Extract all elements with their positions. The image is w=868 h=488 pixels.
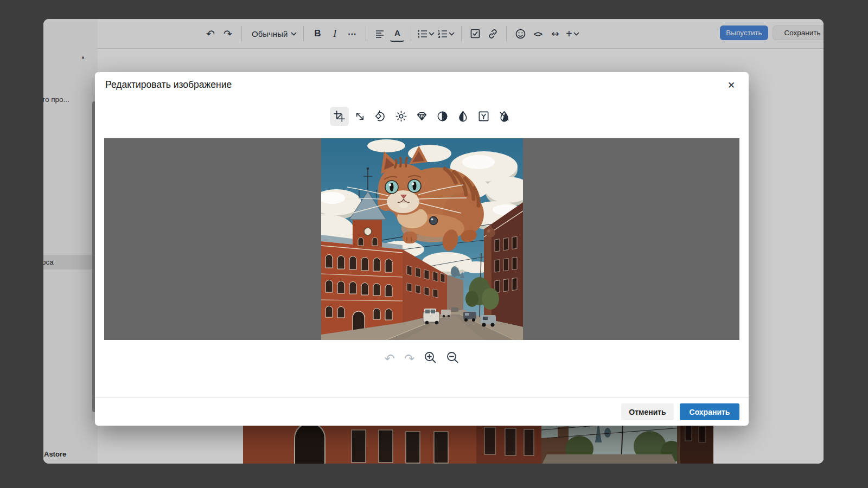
rotate-icon bbox=[374, 110, 387, 123]
brightness-tool-button[interactable] bbox=[392, 107, 411, 126]
saturation-tool-button[interactable] bbox=[454, 107, 473, 126]
brightness-icon bbox=[395, 110, 407, 123]
contrast-tool-button[interactable] bbox=[433, 107, 452, 126]
toolbar-divider bbox=[366, 26, 366, 41]
image-tools-toolbar bbox=[95, 107, 749, 126]
rotate-tool-button[interactable] bbox=[371, 107, 390, 126]
blur-off-tool-button[interactable] bbox=[495, 107, 514, 126]
redo-icon[interactable]: ↷ bbox=[221, 26, 235, 41]
numbered-list-icon bbox=[438, 30, 448, 38]
chevron-down-icon bbox=[291, 32, 297, 36]
checkbox-icon bbox=[470, 29, 480, 38]
more-formatting-button[interactable]: ⋯ bbox=[345, 26, 359, 41]
numbered-list-button[interactable] bbox=[438, 26, 455, 41]
dialog-title: Редактировать изображение bbox=[105, 79, 232, 91]
plus-icon: + bbox=[566, 28, 572, 40]
contrast-icon bbox=[436, 110, 449, 123]
save-draft-button[interactable]: Сохранить bbox=[773, 25, 824, 40]
edit-image-dialog: Редактировать изображение ✕ bbox=[95, 72, 749, 426]
zoom-in-icon[interactable] bbox=[424, 351, 437, 366]
text-color-button[interactable]: A bbox=[390, 25, 404, 42]
publish-button[interactable]: Выпустить bbox=[720, 25, 768, 40]
toolbar-divider bbox=[461, 26, 462, 41]
bold-button[interactable]: B bbox=[310, 26, 324, 41]
bullet-list-icon bbox=[418, 30, 427, 38]
droplet-slash-icon bbox=[498, 110, 510, 123]
sidebar-item-truncated[interactable]: то про... bbox=[43, 95, 69, 104]
italic-button[interactable]: I bbox=[328, 26, 342, 41]
bullet-list-button[interactable] bbox=[418, 26, 435, 41]
emoji-icon bbox=[515, 29, 526, 39]
toolbar-divider bbox=[303, 26, 304, 41]
sidebar-item-selected[interactable]: оса bbox=[43, 255, 92, 269]
undo-icon[interactable]: ↶ bbox=[203, 26, 218, 41]
cancel-button[interactable]: Отменить bbox=[621, 403, 674, 420]
y-filter-icon bbox=[477, 110, 490, 123]
gem-icon bbox=[416, 110, 428, 123]
toolbar-divider bbox=[506, 26, 507, 41]
checklist-button[interactable] bbox=[468, 26, 482, 41]
crop-tool-button[interactable] bbox=[330, 107, 349, 126]
link-button[interactable] bbox=[486, 26, 500, 41]
chevron-down-icon bbox=[429, 32, 435, 36]
save-button[interactable]: Сохранить bbox=[680, 403, 739, 420]
link-icon bbox=[488, 29, 498, 39]
insert-button[interactable]: + bbox=[565, 26, 579, 41]
sidebar: ▲ то про... оса Astore bbox=[43, 19, 98, 464]
grayscale-tool-button[interactable] bbox=[474, 107, 493, 126]
droplet-icon bbox=[457, 110, 469, 123]
edit-redo-icon[interactable]: ↷ bbox=[404, 352, 414, 365]
scroll-up-icon[interactable]: ▲ bbox=[81, 55, 85, 60]
brand-logo: Astore bbox=[44, 450, 66, 458]
emoji-button[interactable] bbox=[513, 26, 527, 41]
resize-icon bbox=[354, 110, 366, 123]
code-button[interactable]: <> bbox=[531, 26, 545, 41]
resize-tool-button[interactable] bbox=[350, 107, 369, 126]
image-preview-area[interactable] bbox=[104, 138, 739, 340]
dialog-footer: Отменить Сохранить bbox=[95, 397, 749, 426]
paragraph-style-select[interactable]: Обычный bbox=[248, 26, 297, 41]
chevron-down-icon bbox=[573, 32, 579, 36]
edit-undo-icon[interactable]: ↶ bbox=[385, 352, 395, 365]
sidebar-item-label: оса bbox=[43, 258, 54, 266]
spacing-button[interactable]: ↔ bbox=[548, 26, 562, 41]
toolbar-divider bbox=[411, 26, 411, 41]
cat-city-image bbox=[321, 138, 523, 340]
paragraph-style-label: Обычный bbox=[252, 29, 288, 38]
editor-toolbar: ↶ ↷ Обычный B I ⋯ A bbox=[98, 19, 824, 49]
chevron-down-icon bbox=[449, 32, 455, 36]
align-button[interactable] bbox=[373, 26, 387, 41]
clarity-tool-button[interactable] bbox=[412, 107, 431, 126]
zoom-out-icon[interactable] bbox=[446, 351, 459, 366]
close-icon[interactable]: ✕ bbox=[724, 78, 739, 93]
toolbar-divider bbox=[241, 26, 242, 41]
crop-icon bbox=[333, 110, 346, 123]
align-left-icon bbox=[375, 30, 385, 38]
preview-controls: ↶ ↷ bbox=[95, 351, 749, 366]
